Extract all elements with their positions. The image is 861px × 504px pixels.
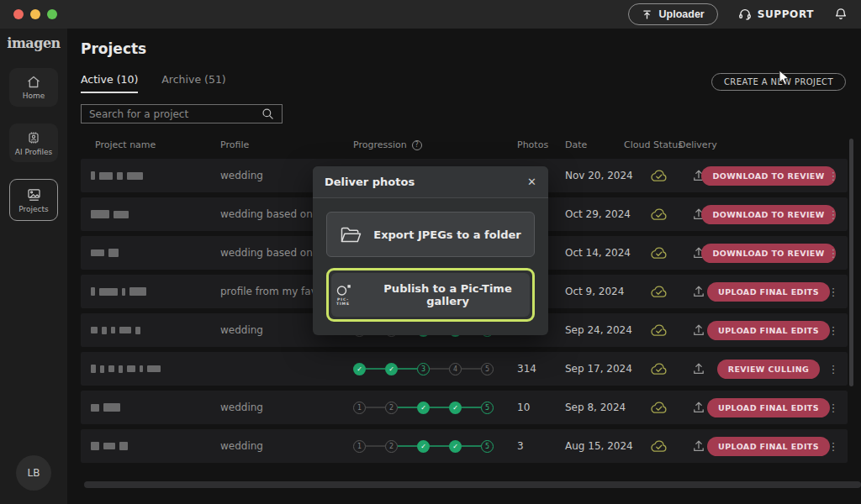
search-icon[interactable] [261, 108, 274, 120]
project-date: Oct 9, 2024 [565, 286, 639, 297]
sidebar-item-label: AI Profiles [15, 148, 52, 156]
notifications-bell-icon[interactable] [834, 8, 848, 21]
support-label: SUPPORT [758, 8, 814, 20]
pic-time-caption: PIC-TIME [331, 297, 355, 306]
table-row[interactable]: wedding12✓✓53Aug 15, 2024UPLOAD FINAL ED… [81, 429, 848, 463]
row-menu-kebab-icon[interactable]: ⋮ [819, 170, 848, 182]
support-button[interactable]: SUPPORT [738, 8, 814, 21]
profile-label: wedding [220, 402, 345, 413]
vertical-scrollbar[interactable] [849, 139, 853, 386]
project-name-redacted [81, 210, 220, 218]
progression-step: 2 [385, 402, 398, 414]
progression-connector [430, 445, 449, 447]
uploader-label: Uploader [659, 8, 705, 20]
export-jpegs-button[interactable]: Export JPEGs to a folder [326, 212, 535, 257]
progression-stepper: ✓✓345 [345, 363, 517, 375]
deliver-upload-icon[interactable] [679, 362, 718, 375]
sidebar-item-label: Home [23, 92, 45, 100]
delivery-action-button[interactable]: UPLOAD FINAL EDITS [707, 398, 830, 417]
imagen-logo: imagen [7, 35, 60, 51]
modal-header: Deliver photos ✕ [313, 166, 548, 198]
progression-step: 1 [353, 440, 366, 453]
column-header-profile: Profile [220, 139, 345, 150]
home-icon [26, 75, 41, 89]
create-new-project-button[interactable]: CREATE A NEW PROJECT [711, 73, 846, 91]
progression-connector [366, 368, 385, 370]
row-menu-kebab-icon[interactable]: ⋮ [819, 402, 848, 414]
progression-connector [462, 407, 481, 408]
row-menu-kebab-icon[interactable]: ⋮ [819, 440, 848, 453]
progression-step: 4 [449, 363, 462, 375]
column-header-photos: Photos [517, 139, 565, 150]
cloud-synced-icon [639, 324, 679, 337]
cloud-synced-icon [639, 363, 679, 375]
pic-time-logo: PIC-TIME [331, 284, 355, 306]
table-row[interactable]: ✓✓345314Sep 17, 2024REVIEW CULLING⋮ [81, 352, 848, 386]
progression-stepper: 12✓✓5 [345, 440, 517, 453]
minimize-window-button[interactable] [30, 9, 40, 19]
progression-connector [462, 445, 481, 447]
progression-step: 2 [385, 440, 398, 453]
uploader-button[interactable]: Uploader [628, 3, 718, 25]
column-header-date: Date [565, 139, 624, 150]
projects-photo-icon [26, 187, 42, 202]
progression-connector [398, 407, 417, 408]
project-date: Aug 15, 2024 [565, 440, 639, 452]
row-menu-kebab-icon[interactable]: ⋮ [819, 363, 848, 375]
delivery-action-button[interactable]: REVIEW CULLING [717, 360, 821, 379]
titlebar: Uploader SUPPORT [0, 0, 861, 29]
row-menu-kebab-icon[interactable]: ⋮ [819, 324, 848, 337]
project-date: Oct 29, 2024 [565, 208, 639, 220]
row-menu-kebab-icon[interactable]: ⋮ [819, 247, 848, 260]
publish-pictime-button[interactable]: PIC-TIME Publish to a Pic-Time gallery [331, 273, 530, 317]
search-input[interactable] [89, 108, 261, 120]
column-header-delivery: Delivery [679, 139, 861, 150]
column-header-project-name: Project name [81, 139, 220, 150]
cloud-synced-icon [639, 286, 679, 298]
close-window-button[interactable] [13, 9, 24, 19]
table-header: Project name Profile Progression ? Photo… [81, 139, 861, 150]
project-name-redacted [81, 403, 220, 412]
tab-archive[interactable]: Archive (51) [161, 73, 225, 93]
highlighted-option: PIC-TIME Publish to a Pic-Time gallery [326, 268, 535, 322]
cloud-synced-icon [639, 440, 679, 453]
project-name-redacted [81, 171, 220, 180]
delivery-action-button[interactable]: DOWNLOAD TO REVIEW [701, 205, 835, 224]
delivery-action-button[interactable]: UPLOAD FINAL EDITS [707, 437, 830, 456]
profile-label: wedding [220, 440, 345, 452]
column-header-progression: Progression ? [345, 139, 517, 150]
sidebar-item-home[interactable]: Home [9, 68, 58, 107]
horizontal-scrollbar[interactable] [84, 481, 861, 488]
row-menu-kebab-icon[interactable]: ⋮ [819, 286, 848, 298]
window-controls [13, 9, 57, 19]
upload-arrow-icon [642, 9, 652, 20]
project-name-redacted [81, 365, 220, 373]
progression-step: 3 [417, 363, 430, 375]
row-menu-kebab-icon[interactable]: ⋮ [819, 208, 848, 221]
photos-count: 314 [517, 363, 565, 375]
project-name-redacted [81, 327, 220, 334]
project-date: Sep 17, 2024 [565, 363, 639, 375]
progression-help-icon[interactable]: ? [412, 140, 422, 150]
delivery-action-button[interactable]: DOWNLOAD TO REVIEW [701, 166, 835, 186]
tab-active[interactable]: Active (10) [81, 73, 138, 93]
ai-chip-icon [26, 130, 41, 145]
progression-step: 5 [481, 363, 494, 375]
user-avatar[interactable]: LB [16, 455, 51, 491]
delivery-action-button[interactable]: DOWNLOAD TO REVIEW [701, 244, 835, 263]
delivery-action-button[interactable]: UPLOAD FINAL EDITS [707, 321, 830, 340]
sidebar-item-projects[interactable]: Projects [9, 179, 58, 221]
progression-connector [430, 407, 449, 408]
progression-connector [398, 445, 417, 447]
progression-connector [366, 407, 385, 408]
close-icon[interactable]: ✕ [527, 176, 536, 188]
sidebar-item-ai-profiles[interactable]: AI Profiles [9, 123, 58, 162]
project-date: Sep 24, 2024 [565, 324, 639, 336]
delivery-action-button[interactable]: UPLOAD FINAL EDITS [707, 282, 830, 302]
zoom-window-button[interactable] [47, 9, 57, 19]
headset-icon [738, 8, 752, 21]
progression-step: ✓ [385, 363, 398, 375]
table-row[interactable]: wedding12✓✓510Sep 8, 2024UPLOAD FINAL ED… [81, 391, 848, 424]
progression-step: 1 [353, 402, 366, 414]
modal-title: Deliver photos [325, 176, 415, 188]
